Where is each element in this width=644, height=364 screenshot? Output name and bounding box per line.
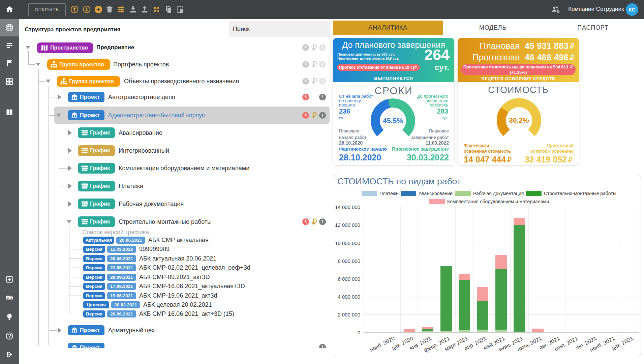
svg-text:я: я	[10, 297, 12, 300]
svg-text:A: A	[7, 296, 9, 300]
